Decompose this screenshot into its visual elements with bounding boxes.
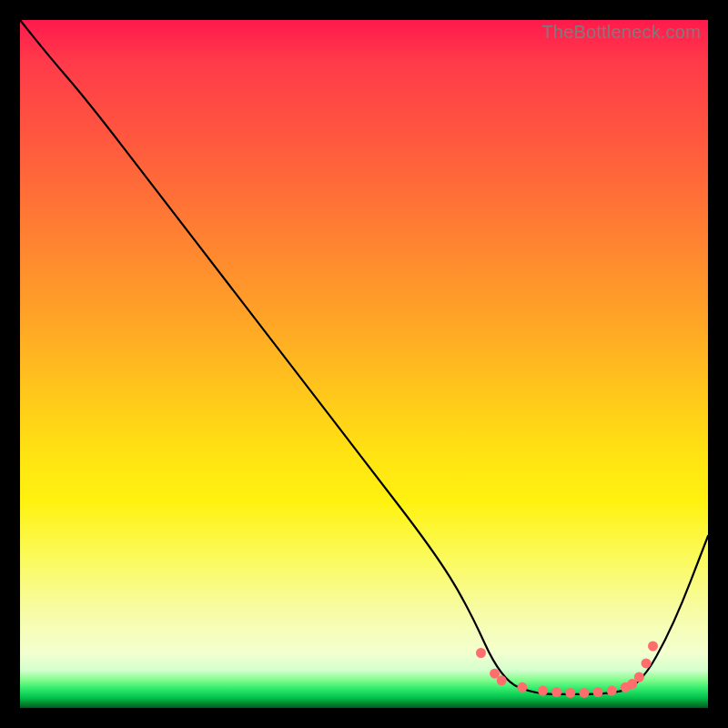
marker-dot [476, 648, 486, 658]
curve-svg [20, 20, 708, 708]
marker-dot [634, 672, 644, 682]
chart-stage: TheBottleneck.com [0, 0, 728, 728]
marker-dot [538, 686, 548, 696]
bottleneck-curve [20, 20, 708, 694]
marker-dot [579, 688, 589, 698]
marker-dot [517, 682, 527, 693]
marker-dot [497, 675, 507, 685]
marker-dot [551, 687, 561, 697]
marker-dot [607, 686, 617, 696]
marker-dot [565, 688, 575, 698]
marker-dot [593, 687, 603, 697]
marker-dot [648, 642, 658, 652]
plot-area: TheBottleneck.com [20, 20, 708, 708]
optimal-range-dots [476, 642, 658, 698]
marker-dot [642, 658, 652, 668]
